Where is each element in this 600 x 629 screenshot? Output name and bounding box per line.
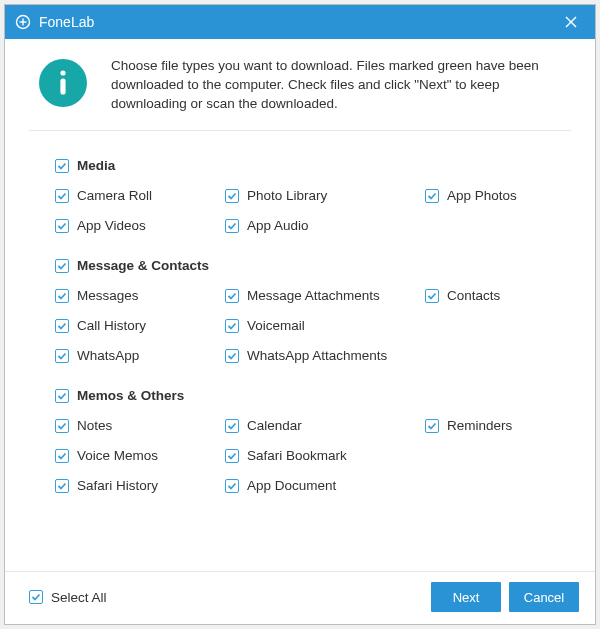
checkbox-app-videos[interactable] [55, 219, 69, 233]
filetype-label: App Document [247, 478, 336, 493]
filetype-reminders[interactable]: Reminders [425, 415, 555, 437]
checkbox-contacts[interactable] [425, 289, 439, 303]
filetype-message-attachments[interactable]: Message Attachments [225, 285, 425, 307]
cancel-button[interactable]: Cancel [509, 582, 579, 612]
filetype-label: WhatsApp Attachments [247, 348, 387, 363]
filetype-app-document[interactable]: App Document [225, 475, 425, 497]
app-window: FoneLab Choose file types you want to do… [4, 4, 596, 625]
filetype-messages[interactable]: Messages [55, 285, 225, 307]
group-memos-others: Memos & OthersNotesCalendarRemindersVoic… [55, 385, 577, 497]
group-checkbox-message-contacts[interactable] [55, 259, 69, 273]
filetype-label: Call History [77, 318, 146, 333]
empty-cell [425, 445, 555, 467]
checkbox-app-document[interactable] [225, 479, 239, 493]
checkbox-app-photos[interactable] [425, 189, 439, 203]
app-title: FoneLab [39, 14, 557, 30]
app-logo-icon [15, 14, 31, 30]
filetype-label: Camera Roll [77, 188, 152, 203]
filetype-label: App Videos [77, 218, 146, 233]
close-icon [563, 14, 579, 30]
filetype-label: Notes [77, 418, 112, 433]
filetype-safari-history[interactable]: Safari History [55, 475, 225, 497]
filetype-label: Calendar [247, 418, 302, 433]
checkbox-calendar[interactable] [225, 419, 239, 433]
filetype-safari-bookmark[interactable]: Safari Bookmark [225, 445, 425, 467]
group-header-message-contacts[interactable]: Message & Contacts [55, 255, 577, 277]
next-button[interactable]: Next [431, 582, 501, 612]
group-items: NotesCalendarRemindersVoice MemosSafari … [55, 415, 577, 497]
group-message-contacts: Message & ContactsMessagesMessage Attach… [55, 255, 577, 367]
filetype-photo-library[interactable]: Photo Library [225, 185, 425, 207]
checkbox-notes[interactable] [55, 419, 69, 433]
group-items: Camera RollPhoto LibraryApp PhotosApp Vi… [55, 185, 577, 237]
checkbox-whatsapp[interactable] [55, 349, 69, 363]
filetype-label: Voice Memos [77, 448, 158, 463]
group-media: MediaCamera RollPhoto LibraryApp PhotosA… [55, 155, 577, 237]
filetype-label: Safari Bookmark [247, 448, 347, 463]
filetype-voicemail[interactable]: Voicemail [225, 315, 425, 337]
group-checkbox-media[interactable] [55, 159, 69, 173]
filetype-notes[interactable]: Notes [55, 415, 225, 437]
filetype-label: App Photos [447, 188, 517, 203]
checkbox-camera-roll[interactable] [55, 189, 69, 203]
svg-rect-6 [60, 79, 65, 95]
checkbox-call-history[interactable] [55, 319, 69, 333]
filetype-app-videos[interactable]: App Videos [55, 215, 225, 237]
info-icon [39, 59, 87, 107]
select-all-label: Select All [51, 590, 107, 605]
select-all-row[interactable]: Select All [29, 586, 107, 608]
close-button[interactable] [557, 8, 585, 36]
filetype-label: Messages [77, 288, 139, 303]
filetype-calendar[interactable]: Calendar [225, 415, 425, 437]
filetype-contacts[interactable]: Contacts [425, 285, 555, 307]
checkbox-photo-library[interactable] [225, 189, 239, 203]
intro-text: Choose file types you want to download. … [111, 57, 571, 114]
header-row: Choose file types you want to download. … [5, 39, 595, 130]
footer: Select All Next Cancel [5, 571, 595, 624]
group-label: Media [77, 158, 115, 173]
filetype-whatsapp[interactable]: WhatsApp [55, 345, 225, 367]
filetype-voice-memos[interactable]: Voice Memos [55, 445, 225, 467]
group-header-media[interactable]: Media [55, 155, 577, 177]
filetype-label: Contacts [447, 288, 500, 303]
filetype-whatsapp-attachments[interactable]: WhatsApp Attachments [225, 345, 425, 367]
filetype-label: App Audio [247, 218, 309, 233]
checkbox-messages[interactable] [55, 289, 69, 303]
filetype-camera-roll[interactable]: Camera Roll [55, 185, 225, 207]
filetype-label: Photo Library [247, 188, 327, 203]
checkbox-app-audio[interactable] [225, 219, 239, 233]
checkbox-safari-history[interactable] [55, 479, 69, 493]
filetype-label: WhatsApp [77, 348, 139, 363]
checkbox-voice-memos[interactable] [55, 449, 69, 463]
filetype-label: Reminders [447, 418, 512, 433]
filetype-call-history[interactable]: Call History [55, 315, 225, 337]
titlebar: FoneLab [5, 5, 595, 39]
svg-point-5 [60, 70, 65, 75]
group-label: Memos & Others [77, 388, 184, 403]
filetype-label: Message Attachments [247, 288, 380, 303]
group-label: Message & Contacts [77, 258, 209, 273]
checkbox-voicemail[interactable] [225, 319, 239, 333]
group-items: MessagesMessage AttachmentsContactsCall … [55, 285, 577, 367]
empty-cell [425, 315, 555, 337]
group-header-memos-others[interactable]: Memos & Others [55, 385, 577, 407]
checkbox-reminders[interactable] [425, 419, 439, 433]
filetype-label: Voicemail [247, 318, 305, 333]
filetype-app-photos[interactable]: App Photos [425, 185, 555, 207]
group-checkbox-memos-others[interactable] [55, 389, 69, 403]
filetype-label: Safari History [77, 478, 158, 493]
checkbox-whatsapp-attachments[interactable] [225, 349, 239, 363]
filetype-app-audio[interactable]: App Audio [225, 215, 425, 237]
checkbox-message-attachments[interactable] [225, 289, 239, 303]
content-area: MediaCamera RollPhoto LibraryApp PhotosA… [5, 131, 595, 571]
select-all-checkbox[interactable] [29, 590, 43, 604]
checkbox-safari-bookmark[interactable] [225, 449, 239, 463]
